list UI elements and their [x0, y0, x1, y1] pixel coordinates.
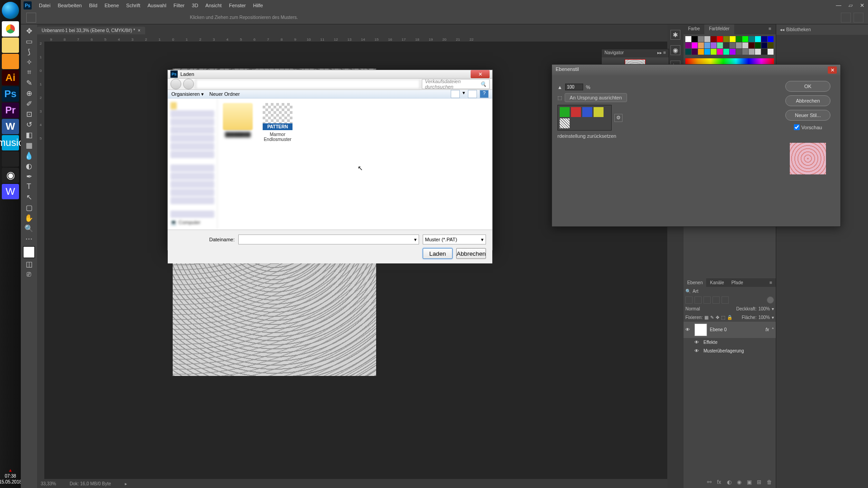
fill-value[interactable]: 100% — [758, 315, 770, 320]
filter-icon[interactable] — [722, 296, 729, 304]
cancel-button[interactable]: Abbrechen — [785, 95, 830, 106]
zoom-level[interactable]: 33,33% — [41, 481, 56, 486]
panel-menu-icon[interactable]: ≡ — [766, 278, 776, 287]
menu-item[interactable]: Filter — [170, 3, 188, 8]
start-orb[interactable] — [2, 2, 19, 19]
folder-tree[interactable]: 💻Computer — [168, 99, 217, 230]
taskbar-app-icon[interactable] — [2, 151, 19, 167]
file-list[interactable]: ████████ Marmor Endlosmuster ↖ — [217, 99, 492, 230]
fx-badge[interactable]: fx — [765, 327, 769, 332]
layer-effect-row[interactable]: 👁 Effekte — [684, 338, 776, 347]
menu-item[interactable]: Hilfe — [250, 3, 267, 8]
visibility-icon[interactable]: 👁 — [685, 327, 692, 332]
reset-button[interactable]: rdeinstellung zurücksetzen — [557, 133, 616, 139]
visibility-icon[interactable]: 👁 — [694, 340, 701, 345]
file-item-folder[interactable]: ████████ — [222, 103, 254, 137]
move-tool[interactable]: ✥ — [23, 26, 35, 35]
tab-channels[interactable]: Kanäle — [706, 278, 727, 287]
fg-bg-swatch[interactable] — [23, 246, 35, 258]
tab-libraries[interactable]: Bibliotheken — [786, 27, 811, 32]
path-tool[interactable]: ↖ — [23, 192, 35, 202]
load-button[interactable]: Laden — [423, 248, 453, 259]
taskbar-premiere-icon[interactable]: Pr — [2, 103, 19, 118]
organize-menu[interactable]: Organisieren ▾ — [171, 91, 204, 97]
breadcrumb[interactable] — [196, 79, 420, 89]
group-icon[interactable]: ▣ — [747, 479, 754, 486]
new-style-button[interactable]: Neuer Stil... — [785, 110, 830, 121]
eyedropper-tool[interactable]: ✎ — [23, 78, 35, 87]
back-button[interactable] — [170, 79, 181, 89]
new-folder-button[interactable]: Neuer Ordner — [209, 91, 240, 97]
lasso-tool[interactable]: ⟆ — [23, 47, 35, 56]
minimize-button[interactable]: — — [833, 1, 844, 10]
shape-tool[interactable]: ▢ — [23, 203, 35, 212]
taskbar-photoshop-icon[interactable]: Ps — [2, 86, 19, 102]
preview-checkbox[interactable] — [794, 124, 800, 130]
stamp-tool[interactable]: ⊡ — [23, 109, 35, 118]
gradient-tool[interactable]: ▦ — [23, 141, 35, 150]
menu-item[interactable]: Datei — [35, 3, 54, 8]
expand-icon[interactable]: ˄ — [772, 327, 774, 332]
tab-close-icon[interactable]: × — [138, 28, 141, 33]
zoom-tool[interactable]: 🔍 — [23, 224, 35, 233]
ok-button[interactable]: OK — [785, 81, 830, 92]
filter-icon[interactable] — [694, 296, 702, 304]
taskbar-app-icon[interactable]: W — [2, 184, 19, 199]
gear-icon[interactable]: ⚙ — [614, 114, 623, 122]
lock-icon[interactable]: ▦ — [704, 315, 708, 320]
menu-item[interactable]: Auswahl — [144, 3, 170, 8]
filename-input[interactable]: ▾ — [238, 235, 419, 244]
close-button[interactable]: ✕ — [471, 70, 490, 78]
pen-tool[interactable]: ✒ — [23, 172, 35, 181]
screen-mode[interactable]: ⎚ — [23, 270, 35, 279]
link-icon[interactable]: ⚯ — [707, 479, 714, 486]
lock-icon[interactable]: ⬚ — [721, 315, 725, 320]
snap-button[interactable]: An Ursprung ausrichten — [565, 93, 627, 102]
lock-icon[interactable]: ✎ — [710, 315, 714, 320]
tab-swatches[interactable]: Farbfelder — [704, 24, 734, 34]
filter-icon[interactable] — [703, 296, 711, 304]
type-tool[interactable]: T — [23, 182, 35, 191]
adjust-icon[interactable]: ◉ — [737, 479, 744, 486]
taskbar-word-icon[interactable]: W — [2, 119, 19, 134]
search-icon[interactable] — [841, 13, 851, 23]
layer-effect-row[interactable]: 👁 Musterüberlagerung — [684, 347, 776, 355]
filter-icon[interactable] — [685, 296, 693, 304]
panel-icon[interactable]: ✱ — [670, 30, 680, 40]
wand-tool[interactable]: ✧ — [23, 57, 35, 66]
forward-button[interactable] — [183, 79, 194, 89]
menu-item[interactable]: Ansicht — [202, 3, 225, 8]
visibility-icon[interactable]: 👁 — [694, 348, 701, 353]
new-layer-icon[interactable]: ⊞ — [757, 479, 764, 486]
taskbar-media-icon[interactable] — [2, 54, 19, 69]
menu-item[interactable]: Schrift — [123, 3, 144, 8]
mask-icon[interactable]: ◐ — [727, 479, 734, 486]
layer-row[interactable]: 👁 Ebene 0 fx ˄ — [684, 322, 776, 338]
blur-tool[interactable]: 💧 — [23, 151, 35, 160]
search-input[interactable]: Verkaufsdateien durchsuchen 🔍 — [422, 79, 490, 89]
tab-paths[interactable]: Pfade — [728, 278, 747, 287]
workspace-icon[interactable] — [854, 13, 863, 23]
filter-icon[interactable] — [712, 296, 720, 304]
preview-pane-icon[interactable] — [468, 90, 477, 98]
eraser-tool[interactable]: ◧ — [23, 130, 35, 139]
marquee-tool[interactable]: ▭ — [23, 37, 35, 46]
filter-toggle[interactable] — [767, 296, 774, 304]
menu-item[interactable]: Bearbeiten — [54, 3, 85, 8]
maximize-button[interactable]: ▱ — [844, 1, 856, 10]
taskbar-obs-icon[interactable]: ◉ — [2, 168, 19, 183]
taskbar-chrome-icon[interactable] — [2, 21, 19, 37]
taskbar-music-icon[interactable]: music — [2, 135, 19, 150]
blend-mode[interactable]: Normal — [685, 306, 700, 311]
tab-color[interactable]: Farbe — [684, 24, 704, 34]
fx-icon[interactable]: fx — [717, 479, 724, 486]
move-tool-icon[interactable] — [26, 13, 36, 23]
brush-tool[interactable]: ✐ — [23, 99, 35, 108]
trash-icon[interactable]: 🗑 — [767, 479, 774, 486]
menu-item[interactable]: Bild — [85, 3, 101, 8]
scale-input[interactable] — [565, 84, 583, 90]
crop-tool[interactable]: ⌗ — [23, 68, 35, 77]
dodge-tool[interactable]: ◐ — [23, 161, 35, 170]
document-tab[interactable]: Unbenannt-1 bei 33,3% (Ebene 0, CMYK/8#)… — [37, 27, 145, 34]
cancel-button[interactable]: Abbrechen — [456, 248, 486, 259]
